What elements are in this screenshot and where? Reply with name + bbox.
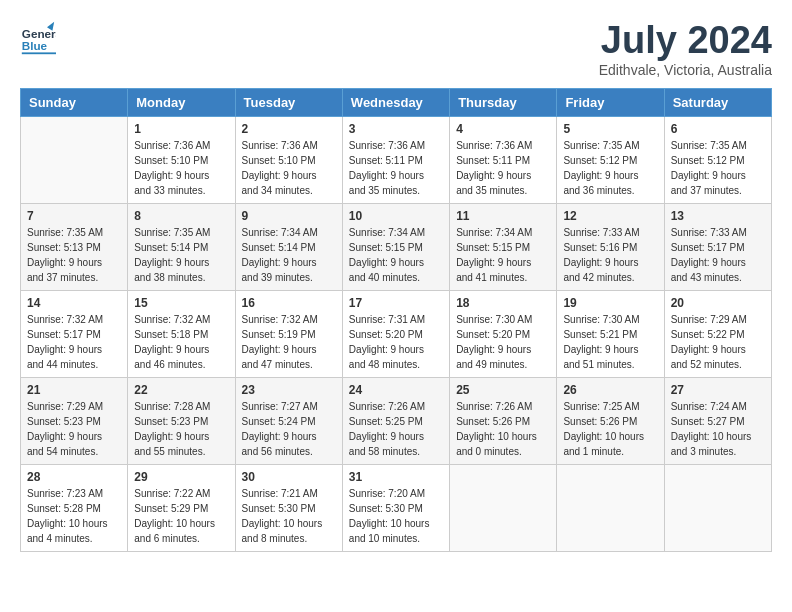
day-info: Sunrise: 7:25 AM Sunset: 5:26 PM Dayligh… [563,399,657,459]
week-row-2: 7Sunrise: 7:35 AM Sunset: 5:13 PM Daylig… [21,203,772,290]
day-number: 22 [134,383,228,397]
day-cell: 4Sunrise: 7:36 AM Sunset: 5:11 PM Daylig… [450,116,557,203]
day-cell: 18Sunrise: 7:30 AM Sunset: 5:20 PM Dayli… [450,290,557,377]
day-info: Sunrise: 7:30 AM Sunset: 5:21 PM Dayligh… [563,312,657,372]
day-cell: 12Sunrise: 7:33 AM Sunset: 5:16 PM Dayli… [557,203,664,290]
day-info: Sunrise: 7:29 AM Sunset: 5:23 PM Dayligh… [27,399,121,459]
day-number: 31 [349,470,443,484]
header-row: SundayMondayTuesdayWednesdayThursdayFrid… [21,88,772,116]
calendar-table: SundayMondayTuesdayWednesdayThursdayFrid… [20,88,772,552]
day-info: Sunrise: 7:32 AM Sunset: 5:18 PM Dayligh… [134,312,228,372]
day-cell [664,464,771,551]
day-cell: 11Sunrise: 7:34 AM Sunset: 5:15 PM Dayli… [450,203,557,290]
day-cell: 5Sunrise: 7:35 AM Sunset: 5:12 PM Daylig… [557,116,664,203]
day-info: Sunrise: 7:35 AM Sunset: 5:12 PM Dayligh… [671,138,765,198]
day-info: Sunrise: 7:23 AM Sunset: 5:28 PM Dayligh… [27,486,121,546]
week-row-4: 21Sunrise: 7:29 AM Sunset: 5:23 PM Dayli… [21,377,772,464]
day-cell [450,464,557,551]
header-cell-friday: Friday [557,88,664,116]
day-number: 6 [671,122,765,136]
header-cell-saturday: Saturday [664,88,771,116]
day-info: Sunrise: 7:36 AM Sunset: 5:11 PM Dayligh… [456,138,550,198]
day-number: 29 [134,470,228,484]
day-number: 12 [563,209,657,223]
day-info: Sunrise: 7:35 AM Sunset: 5:12 PM Dayligh… [563,138,657,198]
day-info: Sunrise: 7:31 AM Sunset: 5:20 PM Dayligh… [349,312,443,372]
day-info: Sunrise: 7:33 AM Sunset: 5:17 PM Dayligh… [671,225,765,285]
svg-text:Blue: Blue [22,39,48,52]
day-info: Sunrise: 7:34 AM Sunset: 5:15 PM Dayligh… [349,225,443,285]
day-number: 25 [456,383,550,397]
day-number: 9 [242,209,336,223]
day-info: Sunrise: 7:32 AM Sunset: 5:19 PM Dayligh… [242,312,336,372]
day-number: 2 [242,122,336,136]
day-number: 8 [134,209,228,223]
day-number: 13 [671,209,765,223]
header-cell-sunday: Sunday [21,88,128,116]
day-number: 3 [349,122,443,136]
header-cell-thursday: Thursday [450,88,557,116]
day-info: Sunrise: 7:34 AM Sunset: 5:15 PM Dayligh… [456,225,550,285]
day-cell: 16Sunrise: 7:32 AM Sunset: 5:19 PM Dayli… [235,290,342,377]
day-info: Sunrise: 7:21 AM Sunset: 5:30 PM Dayligh… [242,486,336,546]
day-info: Sunrise: 7:32 AM Sunset: 5:17 PM Dayligh… [27,312,121,372]
day-info: Sunrise: 7:22 AM Sunset: 5:29 PM Dayligh… [134,486,228,546]
week-row-5: 28Sunrise: 7:23 AM Sunset: 5:28 PM Dayli… [21,464,772,551]
day-number: 7 [27,209,121,223]
day-number: 1 [134,122,228,136]
day-info: Sunrise: 7:26 AM Sunset: 5:25 PM Dayligh… [349,399,443,459]
day-number: 26 [563,383,657,397]
day-cell: 28Sunrise: 7:23 AM Sunset: 5:28 PM Dayli… [21,464,128,551]
day-cell: 1Sunrise: 7:36 AM Sunset: 5:10 PM Daylig… [128,116,235,203]
title-area: July 2024 Edithvale, Victoria, Australia [599,20,772,78]
day-cell [557,464,664,551]
page-header: General Blue July 2024 Edithvale, Victor… [20,20,772,78]
day-info: Sunrise: 7:35 AM Sunset: 5:13 PM Dayligh… [27,225,121,285]
day-cell: 31Sunrise: 7:20 AM Sunset: 5:30 PM Dayli… [342,464,449,551]
day-number: 19 [563,296,657,310]
day-info: Sunrise: 7:26 AM Sunset: 5:26 PM Dayligh… [456,399,550,459]
day-number: 10 [349,209,443,223]
header-cell-wednesday: Wednesday [342,88,449,116]
day-number: 15 [134,296,228,310]
day-info: Sunrise: 7:33 AM Sunset: 5:16 PM Dayligh… [563,225,657,285]
header-cell-tuesday: Tuesday [235,88,342,116]
day-cell [21,116,128,203]
day-number: 5 [563,122,657,136]
logo-icon: General Blue [20,20,56,56]
day-number: 23 [242,383,336,397]
month-title: July 2024 [599,20,772,62]
svg-rect-3 [22,52,56,54]
day-cell: 27Sunrise: 7:24 AM Sunset: 5:27 PM Dayli… [664,377,771,464]
day-cell: 29Sunrise: 7:22 AM Sunset: 5:29 PM Dayli… [128,464,235,551]
day-number: 14 [27,296,121,310]
day-cell: 22Sunrise: 7:28 AM Sunset: 5:23 PM Dayli… [128,377,235,464]
day-cell: 21Sunrise: 7:29 AM Sunset: 5:23 PM Dayli… [21,377,128,464]
day-number: 11 [456,209,550,223]
day-info: Sunrise: 7:34 AM Sunset: 5:14 PM Dayligh… [242,225,336,285]
day-cell: 9Sunrise: 7:34 AM Sunset: 5:14 PM Daylig… [235,203,342,290]
day-number: 18 [456,296,550,310]
day-number: 4 [456,122,550,136]
day-cell: 24Sunrise: 7:26 AM Sunset: 5:25 PM Dayli… [342,377,449,464]
logo: General Blue [20,20,60,56]
day-cell: 20Sunrise: 7:29 AM Sunset: 5:22 PM Dayli… [664,290,771,377]
day-cell: 26Sunrise: 7:25 AM Sunset: 5:26 PM Dayli… [557,377,664,464]
day-cell: 6Sunrise: 7:35 AM Sunset: 5:12 PM Daylig… [664,116,771,203]
day-cell: 23Sunrise: 7:27 AM Sunset: 5:24 PM Dayli… [235,377,342,464]
day-cell: 19Sunrise: 7:30 AM Sunset: 5:21 PM Dayli… [557,290,664,377]
day-cell: 7Sunrise: 7:35 AM Sunset: 5:13 PM Daylig… [21,203,128,290]
day-number: 28 [27,470,121,484]
day-info: Sunrise: 7:20 AM Sunset: 5:30 PM Dayligh… [349,486,443,546]
day-cell: 13Sunrise: 7:33 AM Sunset: 5:17 PM Dayli… [664,203,771,290]
day-info: Sunrise: 7:27 AM Sunset: 5:24 PM Dayligh… [242,399,336,459]
day-cell: 30Sunrise: 7:21 AM Sunset: 5:30 PM Dayli… [235,464,342,551]
day-number: 27 [671,383,765,397]
day-number: 30 [242,470,336,484]
day-number: 16 [242,296,336,310]
day-number: 20 [671,296,765,310]
header-cell-monday: Monday [128,88,235,116]
day-info: Sunrise: 7:30 AM Sunset: 5:20 PM Dayligh… [456,312,550,372]
day-info: Sunrise: 7:29 AM Sunset: 5:22 PM Dayligh… [671,312,765,372]
location: Edithvale, Victoria, Australia [599,62,772,78]
